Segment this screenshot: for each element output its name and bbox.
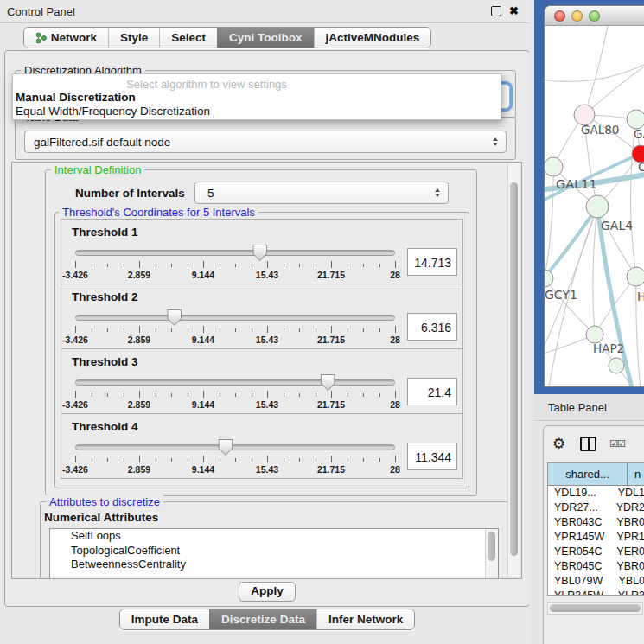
minimize-traffic-light-icon[interactable] xyxy=(571,10,583,22)
network-edge[interactable] xyxy=(545,61,644,81)
column-header-name[interactable]: n xyxy=(628,463,644,485)
network-edge[interactable] xyxy=(545,167,553,278)
attribute-item-betweennesscentrality[interactable]: BetweennessCentrality xyxy=(50,558,498,572)
slider-tick xyxy=(220,328,220,332)
tab-select[interactable]: Select xyxy=(159,28,217,48)
cell-shared-name: YBR045C xyxy=(548,559,609,574)
threshold-value-field[interactable]: 11.344 xyxy=(407,443,457,470)
thresholds-group-label: Threshold's Coordinates for 5 Intervals xyxy=(59,206,258,219)
table-row[interactable]: YBL079W YBL0 xyxy=(548,574,644,589)
table-row[interactable]: YBR045C YBR0 xyxy=(548,559,644,574)
threshold-slider[interactable]: -3.4262.8599.14415.4321.71528 xyxy=(75,242,395,282)
slider-tick xyxy=(299,328,300,332)
slider-tick xyxy=(252,458,252,462)
slider-thumb[interactable] xyxy=(321,374,335,391)
float-window-icon[interactable] xyxy=(491,6,501,16)
table-row[interactable]: YBR043C YBR0 xyxy=(548,515,644,530)
network-edge[interactable] xyxy=(593,207,597,335)
network-graph[interactable]: GAL80GALCGAL11GAL4GCY1HHAP2 xyxy=(545,26,644,386)
threshold-slider[interactable]: -3.4262.8599.14415.4321.71528 xyxy=(75,307,395,347)
slider-track[interactable] xyxy=(75,250,395,256)
numerical-attributes-list[interactable]: SelfLoopsTopologicalCoefficientBetweenne… xyxy=(49,528,499,579)
popup-item-manual-discretization[interactable]: Manual Discretization xyxy=(16,91,136,104)
network-window-titlebar xyxy=(545,6,644,26)
tab-network[interactable]: Network xyxy=(24,28,108,48)
network-node-hap2[interactable] xyxy=(586,326,603,343)
threshold-value-field[interactable]: 21.4 xyxy=(407,378,457,405)
zoom-traffic-light-icon[interactable] xyxy=(589,10,600,22)
popup-item-equal-width-frequency-discretization[interactable]: Equal Width/Frequency Discretization xyxy=(16,105,210,118)
threshold-panel-2: Threshold 2 -3.4262.8599.14415.4321.7152… xyxy=(61,284,463,349)
network-edge[interactable] xyxy=(545,207,597,285)
tab-jactivemnodules[interactable]: jActiveMNodules xyxy=(314,28,431,48)
slider-track[interactable] xyxy=(75,315,395,321)
slider-thumb-face xyxy=(168,310,181,325)
settings-scrollbar-thumb[interactable] xyxy=(510,182,518,556)
column-header-shared-name[interactable]: shared... xyxy=(548,463,628,485)
slider-tick-label: 21.715 xyxy=(317,399,345,410)
network-edge[interactable] xyxy=(584,26,609,115)
slider-tick xyxy=(203,261,204,268)
slider-tick xyxy=(252,264,252,267)
tab-label: Style xyxy=(120,28,148,48)
threshold-slider[interactable]: -3.4262.8599.14415.4321.71528 xyxy=(75,437,395,476)
table-header-row: shared... n xyxy=(548,463,644,486)
slider-tick-label: 15.43 xyxy=(256,464,278,475)
slider-tick xyxy=(188,458,188,462)
slider-track[interactable] xyxy=(75,379,395,386)
threshold-value-field[interactable]: 14.713 xyxy=(407,248,457,276)
slider-thumb[interactable] xyxy=(167,309,182,326)
network-node-gal4[interactable] xyxy=(586,195,609,218)
network-node-g11[interactable] xyxy=(545,157,563,176)
network-node-b1[interactable] xyxy=(609,358,624,373)
network-edge[interactable] xyxy=(545,278,595,335)
threshold-value-field[interactable]: 6.316 xyxy=(407,313,457,341)
network-node-h[interactable] xyxy=(627,267,644,286)
slider-tick xyxy=(92,328,92,332)
slider-thumb[interactable] xyxy=(252,245,267,261)
select-columns-icon[interactable]: ☑☑ xyxy=(609,438,625,450)
columns-icon[interactable] xyxy=(580,437,596,451)
interval-definition-label: Interval Definition xyxy=(51,163,144,176)
table-horizontal-scrollbar-thumb[interactable] xyxy=(550,604,641,612)
slider-tick-label: 21.715 xyxy=(317,270,345,280)
list-scrollbar-thumb[interactable] xyxy=(488,532,495,561)
mode-tab-discretize-data[interactable]: Discretize Data xyxy=(209,609,316,629)
table-row[interactable]: YER054C YER0 xyxy=(548,545,644,559)
table-data-combobox[interactable]: galFiltered.sif default node xyxy=(24,131,507,153)
table-row[interactable]: YDL19... YDL1 xyxy=(548,486,644,501)
apply-button[interactable]: Apply xyxy=(239,582,296,602)
mode-tab-infer-network[interactable]: Infer Network xyxy=(316,609,414,629)
table-row[interactable]: YDR27... YDR2 xyxy=(548,501,644,515)
screen: { "panel": {"title": "Control Panel"}, "… xyxy=(0,0,644,644)
threshold-panel-4: Threshold 4 -3.4262.8599.14415.4321.7152… xyxy=(61,413,463,479)
settings-scrollbar[interactable] xyxy=(507,163,520,577)
tab-style[interactable]: Style xyxy=(108,28,159,48)
network-canvas[interactable]: GAL80GALCGAL11GAL4GCY1HHAP2 xyxy=(545,26,644,386)
slider-tick xyxy=(124,328,124,332)
list-scrollbar[interactable] xyxy=(485,529,498,579)
network-edge[interactable] xyxy=(630,119,636,277)
slider-tick-label: -3.426 xyxy=(62,335,88,345)
attribute-item-topologicalcoefficient[interactable]: TopologicalCoefficient xyxy=(50,544,498,558)
table-row[interactable]: YPR145W YPR1 xyxy=(548,530,644,545)
network-node-gcy1[interactable] xyxy=(545,270,553,287)
table-horizontal-scrollbar[interactable] xyxy=(547,602,643,615)
close-icon[interactable]: ✖ xyxy=(509,7,519,16)
table-row[interactable]: YLR345W YLR3 xyxy=(548,589,644,596)
slider-tick xyxy=(284,458,284,462)
slider-thumb[interactable] xyxy=(218,439,233,456)
cell-name: YER0 xyxy=(609,545,644,559)
number-of-intervals-combobox[interactable]: 5 xyxy=(194,182,449,204)
network-node-tr[interactable] xyxy=(627,110,644,129)
slider-tick xyxy=(124,264,124,267)
tab-cyni-toolbox[interactable]: Cyni Toolbox xyxy=(217,28,314,48)
threshold-slider[interactable]: -3.4262.8599.14415.4321.71528 xyxy=(75,372,395,411)
cell-shared-name: YBL079W xyxy=(548,574,610,589)
slider-tick-label: 9.144 xyxy=(192,464,214,475)
gear-icon[interactable]: ⚙ xyxy=(552,435,565,453)
close-traffic-light-icon[interactable] xyxy=(554,10,565,22)
mode-tab-impute-data[interactable]: Impute Data xyxy=(120,609,209,629)
slider-track[interactable] xyxy=(75,444,395,450)
attribute-item-selfloops[interactable]: SelfLoops xyxy=(50,529,498,544)
